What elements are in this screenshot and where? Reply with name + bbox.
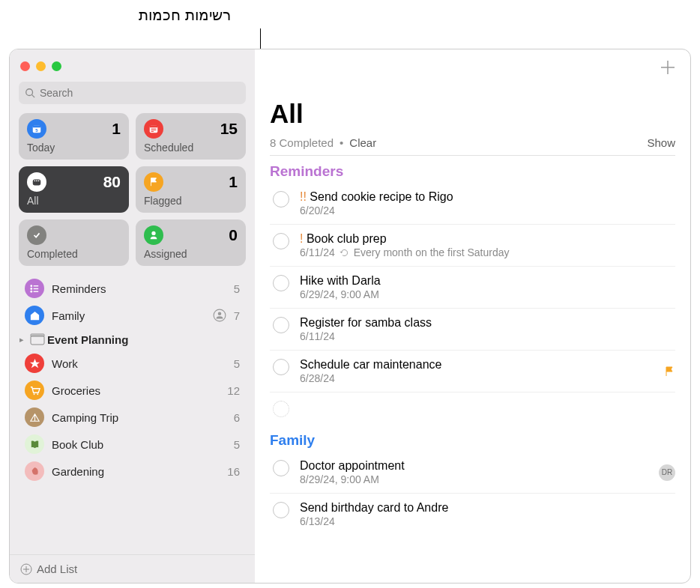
divider — [270, 155, 675, 156]
list-count: 5 — [234, 282, 240, 295]
section-header[interactable]: Reminders — [270, 163, 675, 180]
search-input[interactable] — [40, 87, 240, 99]
complete-toggle[interactable] — [273, 359, 289, 375]
completed-icon — [27, 225, 46, 245]
search-icon — [25, 88, 35, 98]
reminder-row[interactable]: Send birthday card to Andre6/13/24 — [270, 494, 675, 535]
show-button[interactable]: Show — [647, 136, 675, 149]
reminder-row[interactable] — [270, 392, 675, 425]
new-reminder-placeholder[interactable] — [273, 401, 289, 417]
smart-list-all[interactable]: 80All — [19, 166, 129, 213]
person-icon — [213, 309, 226, 322]
list-count: 6 — [234, 411, 240, 424]
complete-toggle[interactable] — [273, 275, 289, 291]
svg-point-22 — [217, 312, 221, 316]
leaf-icon — [25, 461, 44, 481]
sidebar-list-item[interactable]: Gardening16 — [13, 458, 252, 485]
list-label: Gardening — [52, 465, 220, 478]
minimize-button[interactable] — [36, 61, 46, 71]
svg-point-15 — [30, 285, 32, 287]
sidebar-list-item[interactable]: Camping Trip6 — [13, 404, 252, 431]
reminder-meta: 6/11/24Every month on the first Saturday — [300, 246, 665, 258]
list-label: Book Club — [52, 438, 226, 451]
repeat-icon — [340, 248, 349, 258]
svg-point-12 — [36, 180, 37, 181]
complete-toggle[interactable] — [273, 233, 289, 249]
smart-label: Scheduled — [144, 142, 238, 154]
svg-point-26 — [37, 393, 38, 395]
add-list-button[interactable]: Add List — [10, 554, 255, 583]
main-panel: All 8 Completed • Clear Show Reminders!!… — [255, 49, 690, 583]
flagged-icon — [144, 172, 163, 192]
svg-point-25 — [33, 393, 34, 395]
zoom-button[interactable] — [52, 61, 61, 71]
star-icon — [25, 354, 44, 373]
callout-label: רשימות חכמות — [139, 6, 231, 24]
clear-button[interactable]: Clear — [349, 136, 376, 149]
reminder-meta: 8/29/24, 9:00 AM — [300, 473, 648, 485]
reminder-row[interactable]: Schedule car maintenance6/28/24 — [270, 351, 675, 392]
smart-label: Completed — [27, 248, 121, 260]
smart-label: Flagged — [144, 195, 238, 207]
sidebar-list-item[interactable]: Work5 — [13, 350, 252, 377]
list-label: Camping Trip — [52, 411, 226, 424]
reminder-title: Schedule car maintenance — [300, 358, 653, 372]
smart-list-today[interactable]: 51Today — [19, 113, 129, 160]
svg-point-13 — [38, 180, 40, 181]
smart-list-flagged[interactable]: 1Flagged — [136, 166, 246, 213]
smart-label: All — [27, 195, 121, 207]
reminder-meta: 6/11/24 — [300, 330, 665, 342]
reminder-meta: 6/28/24 — [300, 372, 653, 384]
sidebar-list-item[interactable]: Groceries12 — [13, 377, 252, 404]
plus-icon — [659, 58, 677, 76]
tent-icon — [25, 407, 44, 427]
page-title: All — [270, 99, 675, 129]
sidebar-list-item[interactable]: Book Club5 — [13, 431, 252, 458]
list-label: Work — [52, 357, 226, 370]
subheader: 8 Completed • Clear Show — [270, 136, 675, 149]
smart-list-scheduled[interactable]: 15Scheduled — [136, 113, 246, 160]
svg-point-14 — [151, 231, 155, 235]
smart-count: 0 — [229, 226, 238, 244]
list-label: Family — [52, 309, 205, 322]
folder-icon — [29, 333, 46, 346]
reminder-meta: 6/13/24 — [300, 515, 665, 527]
book-icon — [25, 434, 44, 454]
reminder-title: Hike with Darla — [300, 274, 665, 288]
reminder-row[interactable]: Register for samba class6/11/24 — [270, 309, 675, 351]
svg-rect-6 — [150, 126, 158, 128]
reminder-title: ! Book club prep — [300, 232, 665, 246]
reminder-row[interactable]: !! Send cookie recipe to Rigo6/20/24 — [270, 183, 675, 225]
complete-toggle[interactable] — [273, 317, 289, 333]
app-window: 51Today15Scheduled80All1FlaggedCompleted… — [9, 49, 691, 584]
sidebar-list-item[interactable]: ▸Event Planning — [13, 329, 252, 350]
plus-circle-icon — [20, 563, 32, 575]
reminder-title: Register for samba class — [300, 316, 665, 330]
completed-count: 8 Completed — [270, 136, 334, 149]
smart-list-completed[interactable]: Completed — [19, 219, 129, 266]
reminder-row[interactable]: ! Book club prep6/11/24Every month on th… — [270, 225, 675, 267]
complete-toggle[interactable] — [273, 502, 289, 518]
sidebar-list-item[interactable]: Family7 — [13, 302, 252, 329]
content: All 8 Completed • Clear Show Reminders!!… — [255, 85, 690, 583]
svg-line-1 — [32, 95, 35, 98]
list-label: Groceries — [52, 384, 220, 397]
flag-icon — [663, 366, 675, 378]
complete-toggle[interactable] — [273, 460, 289, 476]
house-icon — [25, 306, 44, 325]
add-reminder-button[interactable] — [659, 58, 677, 76]
list-icon — [25, 279, 44, 298]
list-count: 5 — [234, 438, 240, 451]
sidebar-list-item[interactable]: Reminders5 — [13, 275, 252, 302]
close-button[interactable] — [20, 61, 30, 71]
search-field[interactable] — [19, 82, 246, 104]
section-header[interactable]: Family — [270, 432, 675, 449]
list-count: 5 — [234, 357, 240, 370]
smart-list-assigned[interactable]: 0Assigned — [136, 219, 246, 266]
reminder-row[interactable]: Hike with Darla6/29/24, 9:00 AM — [270, 267, 675, 309]
avatar: DR — [659, 464, 675, 481]
sidebar: 51Today15Scheduled80All1FlaggedCompleted… — [10, 49, 255, 583]
reminder-row[interactable]: Doctor appointment8/29/24, 9:00 AMDR — [270, 452, 675, 494]
smart-count: 1 — [112, 120, 121, 138]
complete-toggle[interactable] — [273, 191, 289, 207]
